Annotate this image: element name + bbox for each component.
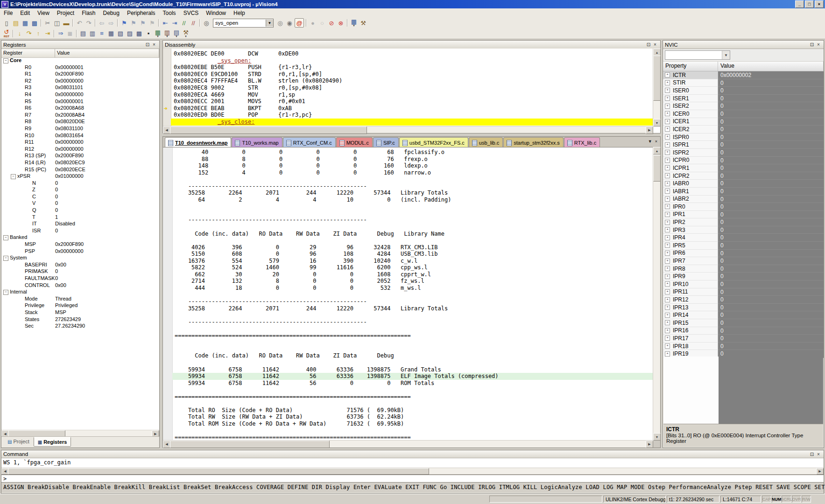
register-row-core[interactable]: −Core [1, 57, 159, 64]
disassembly-content[interactable]: ➔ 0x08020EBC DE00 DCW 0xDE00 _sys_open:0… [163, 49, 653, 126]
bookmark-toggle-icon[interactable]: ⚑ [120, 19, 128, 27]
marker-circle-icon[interactable]: ○ [318, 19, 326, 27]
new-file-icon[interactable]: ▯ [2, 19, 11, 27]
step-out-icon[interactable]: ↑ [34, 29, 42, 38]
trace-window-icon[interactable]: ▥▼ [163, 29, 171, 38]
nvic-row-ispr1[interactable]: +ISPR10 [663, 141, 824, 149]
command-window-icon[interactable]: ▤ [79, 29, 87, 38]
register-row-it[interactable]: ITDisabled [1, 220, 159, 227]
register-row-msp[interactable]: MSP0x2000F890 [1, 241, 159, 248]
property-column-label[interactable]: Property [663, 62, 718, 71]
expand-box[interactable]: + [665, 88, 670, 93]
system-viewer-icon[interactable]: ▤▼ [172, 29, 181, 38]
bookmark-clear-icon[interactable]: ⚑ [148, 19, 156, 27]
nvic-row-ipr3[interactable]: +IPR30 [663, 226, 824, 234]
editor-tab-rtx-lib-c[interactable]: RTX_lib.c [564, 137, 600, 148]
watch-window-icon[interactable]: ▨ [126, 29, 134, 38]
indent-icon[interactable]: ⇥ [170, 19, 179, 27]
nvic-row-ipr18[interactable]: +IPR180 [663, 343, 824, 350]
register-row-basepri[interactable]: BASEPRI0x00 [1, 261, 159, 268]
tab-close-icon[interactable]: × [655, 139, 657, 144]
register-row-r8[interactable]: R80x08020D0E [1, 118, 159, 125]
expand-box[interactable]: + [665, 196, 670, 202]
breakpoint-kill-icon[interactable]: ⊗ [337, 19, 345, 27]
expand-box[interactable]: − [3, 290, 8, 295]
nvic-row-ispr0[interactable]: +ISPR00 [663, 133, 824, 141]
command-input[interactable]: > [1, 475, 824, 483]
window-layout-icon[interactable]: ▦▼ [350, 19, 358, 27]
register-row-r10[interactable]: R100x08031654 [1, 132, 159, 139]
nvic-row-iser2[interactable]: +ISER20 [663, 102, 824, 110]
register-row-r7[interactable]: R70x20008AB4 [1, 112, 159, 119]
editor-tab-usb-lib-c[interactable]: usb_lib.c [469, 137, 503, 148]
maximize-button[interactable]: □ [805, 0, 814, 8]
redo-icon[interactable]: ↷ [85, 19, 93, 27]
expand-box[interactable]: + [665, 351, 670, 357]
expand-box[interactable]: + [665, 72, 670, 77]
register-row-t[interactable]: T1 [1, 214, 159, 221]
memory-window-icon[interactable]: ▩ [135, 29, 143, 38]
pin-icon[interactable]: ⊡ [809, 451, 815, 457]
close-icon[interactable]: × [652, 42, 658, 48]
expand-box[interactable]: + [665, 80, 670, 85]
nvic-row-ipr6[interactable]: +IPR60 [663, 250, 824, 258]
menu-peripherals[interactable]: Peripherals [123, 9, 159, 17]
value-column-label[interactable]: Value [718, 62, 824, 71]
register-row-r5[interactable]: R50x00000001 [1, 98, 159, 105]
menu-flash[interactable]: Flash [78, 9, 99, 17]
menu-help[interactable]: Help [230, 9, 249, 17]
register-row-stack[interactable]: StackMSP [1, 309, 159, 316]
register-row-primask[interactable]: PRIMASK0 [1, 268, 159, 275]
expand-box[interactable]: + [665, 259, 670, 264]
register-row-r13-sp[interactable]: R13 (SP)0x2000F890 [1, 152, 159, 159]
register-row-sec[interactable]: Sec27.26234290 [1, 322, 159, 329]
expand-box[interactable]: + [665, 96, 670, 101]
register-row-faultmask[interactable]: FAULTMASK0 [1, 275, 159, 282]
register-row-mode[interactable]: ModeThread [1, 295, 159, 302]
nvic-row-ipr14[interactable]: +IPR140 [663, 311, 824, 319]
nvic-row-ipr1[interactable]: +IPR10 [663, 211, 824, 219]
run-icon[interactable]: ⇒ [56, 29, 65, 38]
uncomment-icon[interactable]: // [189, 19, 197, 27]
register-row-psp[interactable]: PSP0x00000000 [1, 248, 159, 255]
minimize-button[interactable]: _ [795, 0, 804, 8]
register-row-isr[interactable]: ISR0 [1, 227, 159, 234]
nvic-row-icer2[interactable]: +ICER20 [663, 126, 824, 133]
nvic-row-ispr2[interactable]: +ISPR20 [663, 149, 824, 157]
menu-project[interactable]: Project [53, 9, 78, 17]
register-row-r15-pc[interactable]: R15 (PC)0x08020ECE [1, 166, 159, 173]
disassembly-vscrollbar[interactable]: ▲ ▼ [653, 49, 660, 126]
symbol-combobox[interactable]: sys_open▼ [213, 19, 274, 28]
find-next-icon[interactable]: ◉ [285, 19, 294, 27]
expand-box[interactable]: + [665, 297, 670, 302]
nvic-row-ictr[interactable]: +ICTR0x00000002 [663, 71, 824, 79]
expand-box[interactable]: + [665, 281, 670, 287]
pin-icon[interactable]: ⊡ [144, 42, 151, 48]
nvic-row-iser0[interactable]: +ISER00 [663, 87, 824, 95]
disassembly-hscrollbar[interactable]: ◀ ▶ [163, 126, 653, 133]
expand-box[interactable]: + [665, 126, 670, 132]
expand-box[interactable]: + [665, 119, 670, 124]
register-row-privilege[interactable]: PrivilegePrivileged [1, 302, 159, 309]
expand-box[interactable]: − [3, 256, 8, 261]
pin-icon[interactable]: ⊡ [645, 42, 652, 48]
nvic-row-ipr12[interactable]: +IPR120 [663, 296, 824, 304]
sidebar-tab-registers[interactable]: ▦Registers [34, 437, 71, 447]
expand-box[interactable]: + [665, 173, 670, 178]
editor-tab-t10-works-map[interactable]: T10_works.map [232, 137, 282, 148]
bookmark-next-icon[interactable]: ⚑ [139, 19, 147, 27]
nvic-row-ipr10[interactable]: +IPR100 [663, 280, 824, 288]
bookmark-prev-icon[interactable]: ⚑ [129, 19, 138, 27]
editor-tab-sip-c[interactable]: SIP.c [373, 137, 399, 148]
register-row-internal[interactable]: −Internal [1, 288, 159, 295]
disassembly-panel-title[interactable]: Disassembly ⊡ × [163, 41, 660, 49]
find-in-files-icon[interactable]: ◎ [202, 19, 211, 27]
save-icon[interactable]: ▦ [21, 19, 29, 27]
sidebar-tab-project[interactable]: ▤Project [3, 437, 34, 446]
register-row-r2[interactable]: R20x00000000 [1, 77, 159, 84]
expand-box[interactable]: + [665, 158, 670, 163]
expand-box[interactable]: + [665, 111, 670, 116]
incremental-find-icon[interactable]: @ [295, 18, 304, 28]
expand-box[interactable]: + [665, 274, 670, 279]
nvic-row-icpr0[interactable]: +ICPR00 [663, 157, 824, 165]
